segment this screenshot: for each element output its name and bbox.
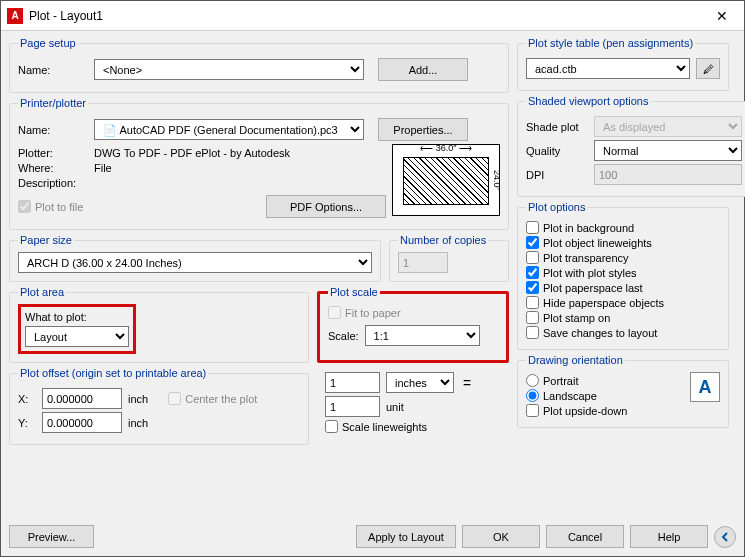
shaded-viewport-group: Shaded viewport options Shade plotAs dis…	[517, 95, 745, 197]
ok-button[interactable]: OK	[462, 525, 540, 548]
scale-label: Scale:	[328, 330, 359, 342]
printer-properties-button[interactable]: Properties...	[378, 118, 468, 141]
preview-button[interactable]: Preview...	[9, 525, 94, 548]
center-plot-label: Center the plot	[185, 393, 257, 405]
portrait-radio[interactable]	[526, 374, 539, 387]
plot-style-table-select[interactable]: acad.ctb	[526, 58, 690, 79]
plot-dialog: A Plot - Layout1 ✕ Page setup Name: <Non…	[0, 0, 745, 557]
opt-lineweights-checkbox[interactable]	[526, 236, 539, 249]
close-button[interactable]: ✕	[699, 1, 744, 31]
printer-legend: Printer/plotter	[18, 97, 88, 109]
plot-area-group: Plot area What to plot: Layout	[9, 286, 309, 363]
opt-plotstyles-checkbox[interactable]	[526, 266, 539, 279]
opt-save-changes-checkbox[interactable]	[526, 326, 539, 339]
paper-height-dim: 24.0″	[492, 145, 502, 215]
shade-plot-select: As displayed	[594, 116, 742, 137]
plot-area-legend: Plot area	[18, 286, 66, 298]
offset-y-unit: inch	[128, 417, 148, 429]
where-value: File	[94, 162, 112, 174]
scale-lineweights-checkbox[interactable]	[325, 420, 338, 433]
scale-denominator-input[interactable]	[325, 396, 380, 417]
dialog-footer: Preview... Apply to Layout OK Cancel Hel…	[1, 521, 744, 556]
plot-scale-group: Plot scale Fit to paper Scale: 1:1	[317, 286, 509, 363]
copies-legend: Number of copies	[398, 234, 488, 246]
help-button[interactable]: Help	[630, 525, 708, 548]
offset-x-input[interactable]	[42, 388, 122, 409]
fit-to-paper-label: Fit to paper	[345, 307, 401, 319]
shaded-viewport-legend: Shaded viewport options	[526, 95, 650, 107]
plot-offset-group: Plot offset (origin set to printable are…	[9, 367, 309, 445]
scale-lineweights-label: Scale lineweights	[342, 421, 427, 433]
opt-paperspace-last-checkbox[interactable]	[526, 281, 539, 294]
scale-select[interactable]: 1:1	[365, 325, 480, 346]
where-label: Where:	[18, 162, 88, 174]
quality-label: Quality	[526, 145, 588, 157]
plot-to-file-checkbox	[18, 200, 31, 213]
page-setup-name-select[interactable]: <None>	[94, 59, 364, 80]
scale-units-select[interactable]: inches	[386, 372, 454, 393]
plot-options-group: Plot options Plot in background Plot obj…	[517, 201, 729, 350]
plot-area-highlight: What to plot: Layout	[18, 304, 136, 354]
offset-x-unit: inch	[128, 393, 148, 405]
orientation-preview: A	[690, 372, 720, 402]
description-label: Description:	[18, 177, 88, 189]
offset-x-label: X:	[18, 393, 36, 405]
copies-group: Number of copies	[389, 234, 509, 282]
edit-style-table-button[interactable]: 🖉	[696, 58, 720, 79]
add-page-setup-button[interactable]: Add...	[378, 58, 468, 81]
scale-numerator-input[interactable]	[325, 372, 380, 393]
quality-select[interactable]: Normal	[594, 140, 742, 161]
opt-stamp-checkbox[interactable]	[526, 311, 539, 324]
paper-size-select[interactable]: ARCH D (36.00 x 24.00 Inches)	[18, 252, 372, 273]
copies-input	[398, 252, 448, 273]
plot-scale-legend: Plot scale	[328, 286, 380, 298]
paper-preview: ⟵ 36.0″ ⟶ 24.0″	[392, 144, 500, 216]
what-to-plot-label: What to plot:	[25, 311, 129, 323]
plot-style-table-group: Plot style table (pen assignments) acad.…	[517, 37, 729, 91]
paper-size-group: Paper size ARCH D (36.00 x 24.00 Inches)	[9, 234, 381, 282]
page-setup-name-label: Name:	[18, 64, 88, 76]
plot-style-table-legend: Plot style table (pen assignments)	[526, 37, 695, 49]
paper-width-dim: ⟵ 36.0″ ⟶	[393, 143, 499, 153]
dpi-input	[594, 164, 742, 185]
plotter-label: Plotter:	[18, 147, 88, 159]
cancel-button[interactable]: Cancel	[546, 525, 624, 548]
paper-size-legend: Paper size	[18, 234, 74, 246]
printer-name-select[interactable]: 📄 AutoCAD PDF (General Documentation).pc…	[94, 119, 364, 140]
window-title: Plot - Layout1	[29, 9, 699, 23]
shade-plot-label: Shade plot	[526, 121, 588, 133]
landscape-radio[interactable]	[526, 389, 539, 402]
pdf-options-button[interactable]: PDF Options...	[266, 195, 386, 218]
offset-y-input[interactable]	[42, 412, 122, 433]
opt-transparency-checkbox[interactable]	[526, 251, 539, 264]
page-setup-group: Page setup Name: <None> Add...	[9, 37, 509, 93]
fit-to-paper-checkbox	[328, 306, 341, 319]
dpi-label: DPI	[526, 169, 588, 181]
title-bar: A Plot - Layout1 ✕	[1, 1, 744, 31]
apply-to-layout-button[interactable]: Apply to Layout	[356, 525, 456, 548]
printer-name-label: Name:	[18, 124, 88, 136]
opt-background-checkbox[interactable]	[526, 221, 539, 234]
scale-unit-label: unit	[386, 401, 404, 413]
offset-y-label: Y:	[18, 417, 36, 429]
chevron-left-icon	[719, 531, 731, 543]
plot-to-file-label: Plot to file	[35, 201, 83, 213]
plot-offset-legend: Plot offset (origin set to printable are…	[18, 367, 208, 379]
plot-options-legend: Plot options	[526, 201, 587, 213]
orientation-group: Drawing orientation Portrait Landscape P…	[517, 354, 729, 428]
center-plot-checkbox	[168, 392, 181, 405]
plotter-value: DWG To PDF - PDF ePlot - by Autodesk	[94, 147, 290, 159]
printer-group: Printer/plotter Name: 📄 AutoCAD PDF (Gen…	[9, 97, 509, 230]
collapse-arrow-button[interactable]	[714, 526, 736, 548]
equals-sign: =	[463, 375, 471, 391]
what-to-plot-select[interactable]: Layout	[25, 326, 129, 347]
upside-down-checkbox[interactable]	[526, 404, 539, 417]
page-setup-legend: Page setup	[18, 37, 78, 49]
orientation-legend: Drawing orientation	[526, 354, 625, 366]
app-icon: A	[7, 8, 23, 24]
opt-hide-paperspace-checkbox[interactable]	[526, 296, 539, 309]
